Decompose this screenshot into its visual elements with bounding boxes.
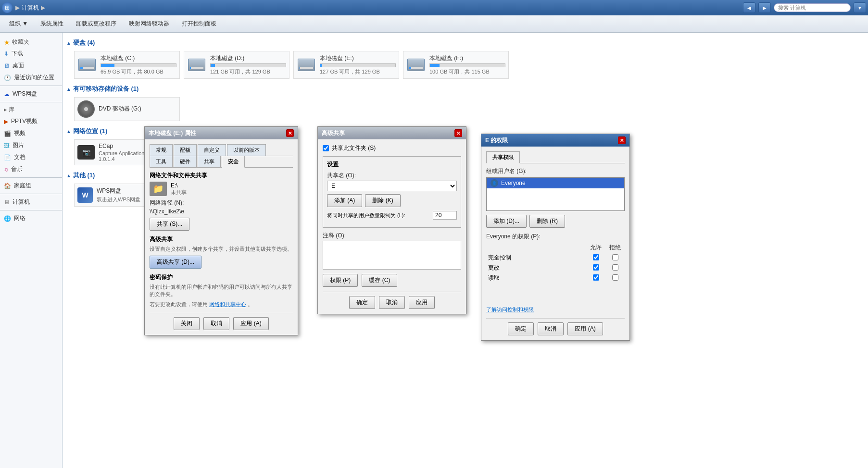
properties-tab-bar: 常规 配额 自定义 以前的版本 (150, 144, 293, 156)
nav-back-button[interactable]: ◀ (743, 2, 755, 13)
title-bar: ⊞ ▶ 计算机 ▶ ◀ ▶ ▼ (0, 0, 868, 15)
perm-everyone-item[interactable]: 👤 Everyone (487, 178, 624, 188)
advanced-sharing-button[interactable]: 高级共享 (D)... (150, 256, 201, 269)
sidebar-item-desktop[interactable]: 🖥 桌面 (0, 60, 62, 72)
perm-read-deny (605, 273, 625, 283)
sidebar-item-computer[interactable]: 🖥 计算机 (0, 196, 62, 208)
password-section: 密码保护 没有此计算机的用户帐户和密码的用户可以访问与所有人共享的文件夹。 若要… (150, 273, 293, 308)
sidebar-item-video[interactable]: 🎬 视频 (0, 127, 62, 139)
sidebar-item-pptv[interactable]: ▶ PPTV视频 (0, 115, 62, 127)
perm-ok-btn[interactable]: 确定 (508, 322, 534, 335)
perm-change-label: 更改 (486, 263, 586, 273)
perm-fullcontrol-allow-cb[interactable] (593, 254, 599, 260)
share-name-select[interactable]: E (327, 181, 457, 191)
cache-btn[interactable]: 缓存 (C) (362, 274, 397, 287)
control-panel-button[interactable]: 打开控制面板 (176, 18, 222, 30)
drive-e-bar (320, 63, 396, 67)
perm-change-allow-cb[interactable] (593, 264, 599, 271)
map-drive-button[interactable]: 映射网络驱动器 (124, 18, 175, 30)
picture-icon: 🖼 (4, 142, 10, 149)
drive-c-size: 65.9 GB 可用，共 80.0 GB (101, 68, 176, 75)
drive-f[interactable]: 本地磁盘 (F:) 100 GB 可用，共 115 GB (403, 51, 509, 79)
dialog-properties-close[interactable]: ✕ (286, 129, 294, 137)
sidebar-item-music[interactable]: ♫ 音乐 (0, 163, 62, 175)
share-button[interactable]: 共享 (S)... (150, 218, 189, 231)
organize-button[interactable]: 组织 ▼ (4, 18, 33, 30)
removable-grid: DVD 驱动器 (G:) (66, 97, 864, 121)
sidebar-item-homegroup[interactable]: 🏠 家庭组 (0, 180, 62, 192)
advanced-apply-btn[interactable]: 应用 (409, 296, 435, 309)
camera-icon: 📷 (77, 145, 95, 160)
drive-d[interactable]: 本地磁盘 (D:) 121 GB 可用，共 129 GB (184, 51, 289, 79)
properties-apply-btn[interactable]: 应用 (A) (233, 317, 268, 330)
properties-cancel-btn[interactable]: 取消 (203, 317, 229, 330)
main-area: ★ 收藏夹 ⬇ 下载 🖥 桌面 🕐 最近访问的位置 ☁ WPS网盘 ▶ 库 ▶ … (0, 33, 868, 468)
tab-sharing[interactable]: 安全 (222, 156, 245, 168)
sidebar-pptv-label: PPTV视频 (11, 117, 38, 125)
perm-change-deny-cb[interactable] (612, 264, 618, 271)
sidebar-item-network[interactable]: 🌐 网络 (0, 212, 62, 224)
perm-cancel-btn[interactable]: 取消 (538, 322, 564, 335)
perm-read-deny-cb[interactable] (612, 274, 618, 281)
wps-cloud-icon: ☁ (4, 91, 10, 98)
share-remove-btn[interactable]: 删除 (K) (365, 194, 400, 207)
perm-col-allow: 允许 (586, 243, 605, 253)
perm-remove-btn[interactable]: 删除 (R) (529, 215, 565, 228)
dialog-advanced-close[interactable]: ✕ (454, 129, 462, 137)
perm-fullcontrol-deny-cb[interactable] (612, 254, 618, 260)
nav-forward-button[interactable]: ▶ (758, 2, 771, 13)
drive-f-icon (406, 57, 426, 73)
advanced-ok-btn[interactable]: 确定 (349, 296, 375, 309)
perm-add-btn[interactable]: 添加 (D)... (486, 215, 527, 228)
share-checkbox[interactable] (323, 145, 329, 151)
tab-custom[interactable]: 以前的版本 (227, 144, 266, 156)
tab-general[interactable]: 工具 (150, 156, 173, 167)
share-checkbox-row: 共享此文件夹 (S) (323, 144, 461, 152)
sidebar-item-recent[interactable]: 🕐 最近访问的位置 (0, 72, 62, 84)
sidebar-item-pictures[interactable]: 🖼 图片 (0, 139, 62, 151)
learn-access-link[interactable]: 了解访问控制和权限 (486, 306, 625, 313)
share-add-btn[interactable]: 添加 (A) (327, 194, 362, 207)
drive-e-info: 本地磁盘 (E:) 127 GB 可用，共 129 GB (320, 54, 396, 75)
advanced-cancel-btn[interactable]: 取消 (379, 296, 405, 309)
limit-spinbox[interactable] (433, 211, 457, 220)
dialog-permissions-titlebar: E 的权限 ✕ (481, 134, 629, 147)
dropdown-button[interactable]: ▼ (854, 2, 866, 13)
dialog-permissions-title: E 的权限 (485, 136, 508, 145)
tab-tools[interactable]: 硬件 (174, 156, 197, 167)
drive-e[interactable]: 本地磁盘 (E:) 127 GB 可用，共 129 GB (293, 51, 399, 79)
search-input[interactable] (774, 3, 851, 12)
drive-c-name: 本地磁盘 (C:) (101, 54, 176, 62)
share-checkbox-label: 共享此文件夹 (S) (332, 144, 376, 152)
divider1 (0, 86, 62, 86)
sidebar-homegroup-label: 家庭组 (14, 182, 31, 190)
uninstall-button[interactable]: 卸载或更改程序 (71, 18, 122, 30)
drive-d-size: 121 GB 可用，共 129 GB (210, 68, 286, 75)
sidebar-item-wps[interactable]: ☁ WPS网盘 (0, 88, 62, 100)
sidebar-item-docs[interactable]: 📄 文档 (0, 151, 62, 163)
properties-close-btn[interactable]: 关闭 (174, 317, 200, 330)
comment-textarea[interactable] (323, 241, 461, 270)
properties-button[interactable]: 系统属性 (35, 18, 69, 30)
tab-quota[interactable]: 自定义 (198, 144, 226, 156)
permissions-btn[interactable]: 权限 (P) (323, 274, 358, 287)
dialog-permissions-close[interactable]: ✕ (618, 136, 626, 144)
perm-apply-btn[interactable]: 应用 (A) (567, 322, 603, 335)
perm-read-allow-cb[interactable] (593, 274, 599, 281)
network-sharing-center-link[interactable]: 网络和共享中心 (209, 301, 246, 307)
settings-box: 设置 共享名 (O): E 添加 (A) 删除 (K) (323, 156, 461, 228)
perm-read-allow (586, 273, 605, 283)
recent-icon: 🕐 (4, 74, 11, 81)
address-bar: ▶ 计算机 ▶ (15, 4, 740, 12)
tab-hardware[interactable]: 共享 (198, 156, 221, 167)
tab-share-perm[interactable]: 共享权限 (486, 151, 520, 163)
share-folder-icon: 📁 (150, 182, 167, 196)
add-remove-row: 添加 (A) 删除 (K) (327, 194, 457, 207)
drive-c[interactable]: 本地磁盘 (C:) 65.9 GB 可用，共 80.0 GB (74, 51, 180, 79)
perm-read-label: 读取 (486, 273, 586, 283)
drive-dvd[interactable]: DVD 驱动器 (G:) (74, 97, 180, 121)
tab-security[interactable]: 常规 (150, 144, 173, 156)
tab-previous[interactable]: 配额 (174, 144, 197, 156)
share-status-info: E:\ 未共享 (171, 182, 187, 196)
sidebar-item-download[interactable]: ⬇ 下载 (0, 48, 62, 60)
